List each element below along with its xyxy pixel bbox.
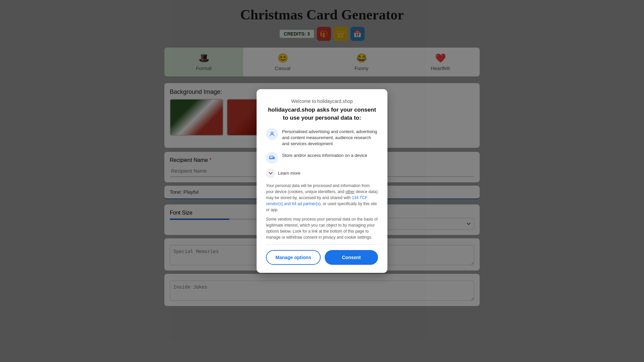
device-icon bbox=[266, 152, 278, 164]
consent-device-text: Store and/or access information on a dev… bbox=[282, 152, 367, 159]
consent-modal: Welcome to holidaycard.shop holidaycard.… bbox=[257, 89, 387, 273]
svg-point-0 bbox=[271, 132, 273, 134]
chevron-down-icon bbox=[266, 169, 275, 178]
consent-item-advertising: Personalised advertising and content, ad… bbox=[266, 128, 378, 147]
modal-site-label: Welcome to holidaycard.shop bbox=[266, 99, 378, 104]
modal-body-text-2: Some vendors may process your personal d… bbox=[266, 216, 378, 240]
modal-body-text-1: Your personal data will be processed and… bbox=[266, 183, 378, 213]
modal-buttons: Manage options Consent bbox=[266, 250, 378, 265]
modal-divider bbox=[266, 244, 378, 245]
manage-options-button[interactable]: Manage options bbox=[266, 250, 321, 265]
learn-more-label: Learn more bbox=[278, 171, 300, 176]
vendor-link[interactable]: 134 TCF vendor(s) and 64 ad partner(s), bbox=[266, 195, 367, 206]
modal-title: holidaycard.shop asks for your consent t… bbox=[266, 106, 378, 122]
consent-advertising-text: Personalised advertising and content, ad… bbox=[282, 128, 378, 147]
svg-rect-2 bbox=[274, 157, 275, 159]
modal-overlay: Welcome to holidaycard.shop holidaycard.… bbox=[0, 0, 644, 362]
person-icon bbox=[266, 128, 278, 140]
consent-item-device: Store and/or access information on a dev… bbox=[266, 152, 378, 164]
learn-more-row[interactable]: Learn more bbox=[266, 169, 378, 178]
consent-button[interactable]: Consent bbox=[325, 250, 378, 265]
svg-rect-1 bbox=[270, 156, 273, 159]
